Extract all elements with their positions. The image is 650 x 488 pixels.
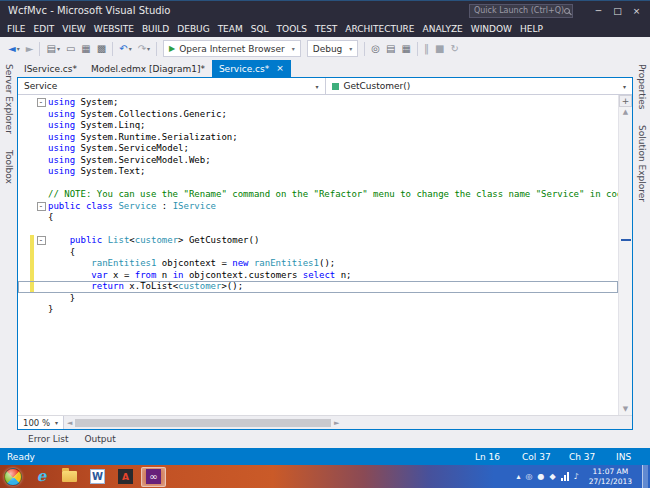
- type-dropdown[interactable]: Service ▾: [18, 78, 325, 94]
- side-tab-toolbox[interactable]: Toolbox: [4, 150, 14, 184]
- code-text: }: [48, 293, 75, 305]
- start-button[interactable]: [4, 468, 22, 486]
- side-tab-server-explorer[interactable]: Server Explorer: [4, 64, 14, 134]
- indicator-margin: [18, 97, 30, 109]
- close-icon[interactable]: ×: [276, 64, 284, 73]
- code-line[interactable]: return x.ToList<customer>();: [18, 281, 618, 293]
- tray-icon[interactable]: ●: [538, 473, 545, 481]
- right-tool-strip: PropertiesSolution Explorer: [633, 60, 650, 448]
- code-line[interactable]: using System.Linq;: [18, 120, 618, 132]
- code-line[interactable]: {: [18, 247, 618, 259]
- tab-service-cs[interactable]: Service.cs*×: [212, 60, 291, 77]
- code-line[interactable]: using System.ServiceModel;: [18, 143, 618, 155]
- tray-icon[interactable]: ◆: [550, 473, 556, 481]
- panel-tab-output[interactable]: Output: [77, 434, 124, 444]
- code-line[interactable]: using System.Runtime.Serialization;: [18, 132, 618, 144]
- taskbar-adobe-button[interactable]: A: [113, 467, 138, 487]
- code-token: System.Linq;: [75, 120, 145, 130]
- code-editor[interactable]: -using System;using System.Collections.G…: [18, 95, 618, 415]
- menu-help[interactable]: HELP: [516, 24, 547, 34]
- browser-select[interactable]: ▶Opera Internet Browser▾: [163, 40, 301, 57]
- properties-button[interactable]: ▦: [399, 44, 414, 54]
- collapse-icon[interactable]: -: [37, 202, 46, 211]
- tab-iservice-cs[interactable]: IService.cs*: [17, 60, 84, 77]
- code-line[interactable]: using System.Text;: [18, 166, 618, 178]
- undo-button[interactable]: ↶▾: [116, 44, 134, 54]
- code-token: return: [91, 281, 124, 291]
- show-desktop-button[interactable]: [642, 465, 648, 488]
- code-line[interactable]: using System.ServiceModel.Web;: [18, 155, 618, 167]
- code-line[interactable]: -public class Service : IService: [18, 201, 618, 213]
- redo-button[interactable]: ↷▾: [135, 44, 153, 54]
- tray-icon[interactable]: ▴: [517, 473, 521, 481]
- scroll-right-icon[interactable]: ►: [331, 419, 342, 427]
- menu-window[interactable]: WINDOW: [467, 24, 516, 34]
- find-button[interactable]: ◎: [368, 44, 383, 54]
- taskbar-ie-button[interactable]: e: [29, 467, 54, 487]
- menu-edit[interactable]: EDIT: [30, 24, 59, 34]
- code-line[interactable]: using System.Collections.Generic;: [18, 109, 618, 121]
- configuration-select[interactable]: Debug▾: [307, 40, 359, 57]
- back-button[interactable]: ◄▾: [5, 44, 23, 54]
- taskbar-visual-studio-button[interactable]: ∞: [141, 467, 166, 487]
- new-file-button[interactable]: ▤▾: [43, 44, 62, 54]
- restart-button[interactable]: ↻: [447, 44, 461, 54]
- save-all-button[interactable]: ▩: [94, 44, 109, 54]
- scroll-left-icon[interactable]: ◄: [64, 419, 75, 427]
- member-dropdown[interactable]: GetCustomer() ▾: [325, 78, 633, 94]
- menu-team[interactable]: TEAM: [214, 24, 247, 34]
- code-line[interactable]: {: [18, 212, 618, 224]
- taskbar-clock[interactable]: 11:07 AM 27/12/2013: [589, 467, 632, 486]
- tab-model-edmx-diagram1[interactable]: Model.edmx [Diagram1]*: [84, 60, 212, 77]
- forward-button[interactable]: ►: [23, 44, 37, 54]
- stop-button[interactable]: ■: [432, 44, 447, 54]
- solution-explorer-button[interactable]: ▤: [383, 44, 398, 54]
- menu-file[interactable]: FILE: [3, 24, 30, 34]
- maximize-button[interactable]: □: [608, 6, 627, 16]
- scroll-down-icon[interactable]: ▼: [623, 404, 628, 415]
- close-button[interactable]: ×: [627, 6, 646, 16]
- collapse-icon[interactable]: -: [37, 98, 46, 107]
- menu-debug[interactable]: DEBUG: [173, 24, 213, 34]
- code-line[interactable]: ranEntities1 objcontext = new ranEntitie…: [18, 258, 618, 270]
- panel-tab-error-list[interactable]: Error List: [20, 434, 77, 444]
- visual-studio-icon: ∞: [146, 469, 161, 484]
- minimize-button[interactable]: ─: [589, 6, 608, 16]
- menu-architecture[interactable]: ARCHITECTURE: [341, 24, 418, 34]
- menu-test[interactable]: TEST: [311, 24, 341, 34]
- code-line[interactable]: - public List<customer> GetCustomer(): [18, 235, 618, 247]
- code-line[interactable]: // NOTE: You can use the "Rename" comman…: [18, 189, 618, 201]
- code-line[interactable]: -using System;: [18, 97, 618, 109]
- menu-view[interactable]: VIEW: [58, 24, 89, 34]
- side-tab-solution-explorer[interactable]: Solution Explorer: [637, 125, 647, 202]
- code-line[interactable]: var x = from n in objcontext.customers s…: [18, 270, 618, 282]
- menu-sql[interactable]: SQL: [247, 24, 273, 34]
- volume-icon[interactable]: ♪: [574, 473, 579, 481]
- side-tab-properties[interactable]: Properties: [637, 64, 647, 109]
- save-button[interactable]: ▦: [78, 44, 93, 54]
- horizontal-scrollbar[interactable]: ◄ ►: [64, 416, 632, 429]
- menu-analyze[interactable]: ANALYZE: [419, 24, 467, 34]
- menu-build[interactable]: BUILD: [138, 24, 173, 34]
- break-all-button[interactable]: ‖: [421, 44, 432, 54]
- menu-website[interactable]: WEBSITE: [90, 24, 138, 34]
- taskbar-explorer-button[interactable]: [57, 467, 82, 487]
- scroll-up-icon[interactable]: ▲: [623, 107, 628, 118]
- splitter-handle[interactable]: +: [619, 95, 632, 107]
- open-file-button[interactable]: ▭: [63, 44, 78, 54]
- code-line[interactable]: [18, 178, 618, 190]
- code-token: List: [108, 235, 130, 245]
- code-line[interactable]: }: [18, 304, 618, 316]
- collapse-icon[interactable]: -: [37, 236, 46, 245]
- quick-launch-input[interactable]: Quick Launch (Ctrl+Q): [469, 4, 573, 18]
- code-line[interactable]: [18, 224, 618, 236]
- code-line[interactable]: }: [18, 293, 618, 305]
- vertical-scrollbar[interactable]: + ▲ ▼: [618, 95, 632, 415]
- menu-tools[interactable]: TOOLS: [273, 24, 311, 34]
- zoom-select[interactable]: 100 % ▾: [18, 416, 64, 429]
- status-message: Ready: [7, 452, 35, 462]
- network-icon[interactable]: [561, 472, 569, 481]
- taskbar-word-button[interactable]: W: [85, 467, 110, 487]
- scrollbar-thumb[interactable]: [75, 419, 331, 427]
- tray-icon[interactable]: ◎: [526, 473, 533, 481]
